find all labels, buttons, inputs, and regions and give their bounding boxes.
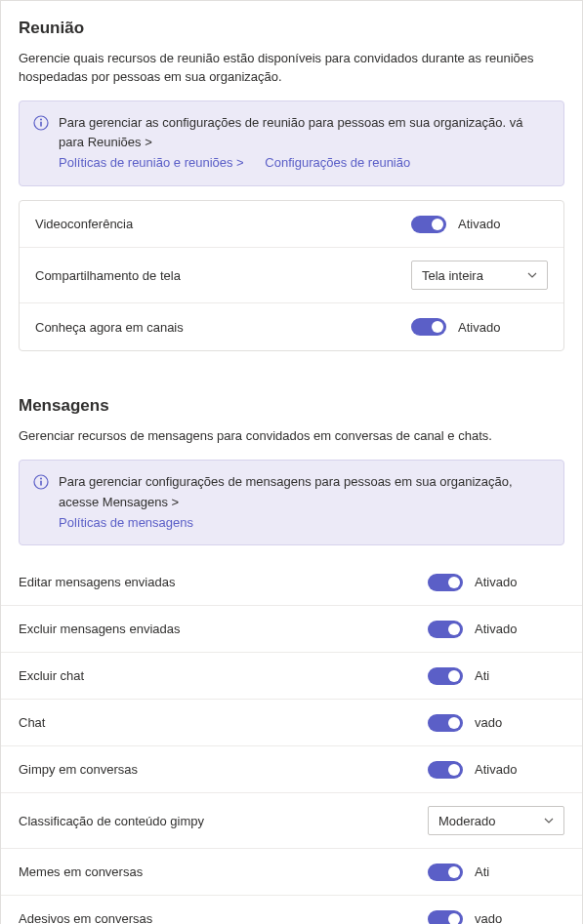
- messages-row-gimpy-rating: Classificação de conteúdo gimpy Moderado: [1, 793, 582, 849]
- meeting-info-link-policies[interactable]: Políticas de reunião e reuniões >: [59, 153, 244, 174]
- videoconference-toggle-label: Ativado: [458, 217, 500, 231]
- svg-point-1: [40, 118, 42, 120]
- messages-row-edit-sent: Editar mensagens enviadas Ativado: [1, 559, 582, 606]
- edit-sent-toggle-label: Ativado: [475, 575, 517, 589]
- delete-chat-toggle-label: Ati: [475, 668, 489, 683]
- chat-toggle-label: vado: [475, 715, 502, 730]
- chevron-down-icon: [544, 816, 554, 825]
- meeting-settings-card: Videoconferência Ativado Compartilhament…: [19, 200, 564, 351]
- messages-info-box: Para gerenciar configurações de mensagen…: [19, 460, 564, 545]
- chevron-down-icon: [527, 270, 537, 280]
- stickers-toggle[interactable]: [428, 910, 463, 924]
- meeting-info-lead: Para gerenciar as configurações de reuni…: [59, 115, 523, 150]
- delete-sent-toggle-label: Ativado: [475, 622, 517, 636]
- setting-label: Compartilhamento de tela: [35, 268, 411, 283]
- messages-section: Mensagens Gerenciar recursos de mensagen…: [1, 379, 582, 545]
- messages-title: Mensagens: [19, 396, 564, 416]
- meeting-row-videoconference: Videoconferência Ativado: [20, 201, 563, 248]
- svg-rect-5: [40, 481, 42, 486]
- setting-label: Excluir mensagens enviadas: [19, 622, 428, 636]
- gimpy-convo-toggle-label: Ativado: [475, 762, 517, 777]
- setting-label: Memes em conversas: [19, 864, 428, 879]
- messages-settings-list: Editar mensagens enviadas Ativado Exclui…: [1, 559, 582, 924]
- setting-label: Videoconferência: [35, 217, 411, 231]
- messages-description: Gerenciar recursos de mensagens para con…: [19, 427, 564, 446]
- memes-toggle-label: Ati: [475, 864, 489, 879]
- meeting-info-box: Para gerenciar as configurações de reuni…: [19, 100, 564, 186]
- delete-sent-toggle[interactable]: [428, 621, 463, 638]
- messages-row-delete-chat: Excluir chat Ati: [1, 653, 582, 700]
- stickers-toggle-label: vado: [475, 911, 502, 924]
- messages-row-chat: Chat vado: [1, 700, 582, 746]
- setting-label: Excluir chat: [19, 668, 428, 683]
- meetnow-toggle-label: Ativado: [458, 320, 500, 335]
- delete-chat-toggle[interactable]: [428, 667, 463, 685]
- info-icon: [33, 474, 49, 490]
- messages-row-stickers: Adesivos em conversas vado: [1, 896, 582, 924]
- setting-label: Gimpy em conversas: [19, 762, 428, 777]
- messages-info-link-policies[interactable]: Políticas de mensagens: [59, 513, 193, 534]
- svg-rect-2: [40, 121, 42, 126]
- setting-label: Classificação de conteúdo gimpy: [19, 814, 428, 828]
- setting-label: Chat: [19, 715, 428, 730]
- gimpy-rating-select[interactable]: Moderado: [428, 806, 564, 835]
- meeting-row-meetnow: Conheça agora em canais Ativado: [20, 303, 563, 350]
- gimpy-convo-toggle[interactable]: [428, 761, 463, 779]
- messages-row-memes: Memes em conversas Ati: [1, 849, 582, 896]
- messages-row-delete-sent: Excluir mensagens enviadas Ativado: [1, 606, 582, 653]
- messages-row-gimpy-convo: Gimpy em conversas Ativado: [1, 746, 582, 793]
- meeting-info-text: Para gerenciar as configurações de reuni…: [59, 113, 550, 174]
- meeting-info-link-settings[interactable]: Configurações de reunião: [265, 153, 410, 174]
- memes-toggle[interactable]: [428, 864, 463, 881]
- setting-label: Editar mensagens enviadas: [19, 575, 428, 589]
- meetnow-toggle[interactable]: [411, 318, 446, 336]
- messages-info-text: Para gerenciar configurações de mensagen…: [59, 472, 550, 533]
- meeting-title: Reunião: [19, 19, 564, 38]
- setting-label: Adesivos em conversas: [19, 911, 428, 924]
- chat-toggle[interactable]: [428, 714, 463, 732]
- meeting-row-screenshare: Compartilhamento de tela Tela inteira: [20, 248, 563, 303]
- screenshare-select-value: Tela inteira: [422, 268, 483, 283]
- screenshare-select[interactable]: Tela inteira: [411, 261, 548, 290]
- gimpy-rating-select-value: Moderado: [438, 814, 496, 828]
- meeting-description: Gerencie quais recursos de reunião estão…: [19, 50, 564, 87]
- meeting-section: Reunião Gerencie quais recursos de reuni…: [1, 1, 582, 351]
- messages-info-lead: Para gerenciar configurações de mensagen…: [59, 474, 513, 509]
- setting-label: Conheça agora em canais: [35, 320, 411, 335]
- videoconference-toggle[interactable]: [411, 216, 446, 233]
- svg-point-4: [40, 478, 42, 480]
- info-icon: [33, 115, 49, 131]
- edit-sent-toggle[interactable]: [428, 574, 463, 591]
